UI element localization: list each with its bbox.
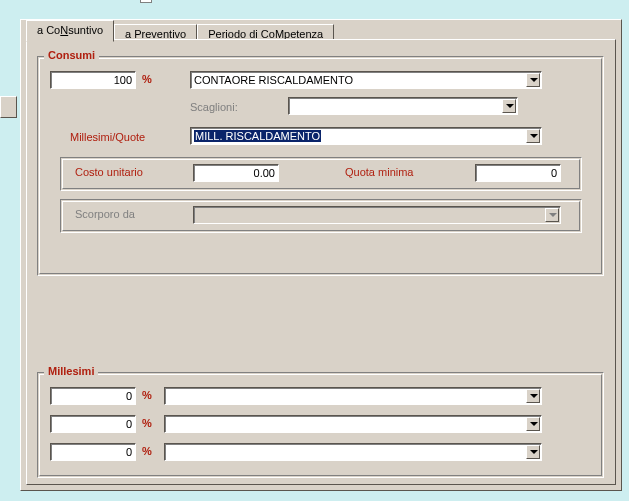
millesimi-row1-pct[interactable] [50,387,136,405]
millesimi-row2-combo[interactable] [164,415,542,433]
chevron-down-icon[interactable] [526,445,540,459]
millesimi-quote-label: Millesimi/Quote [70,131,145,143]
group-consumi-title: Consumi [44,49,99,61]
contatore-value: CONTAORE RISCALDAMENTO [194,74,353,86]
chevron-down-icon [545,208,559,222]
percent-symbol: % [142,73,152,85]
group-scorporo: Scorporo da [60,199,582,233]
chevron-down-icon[interactable] [526,417,540,431]
top-option-checkbox[interactable] [140,0,152,3]
quota-label: Quota minima [345,166,413,178]
group-costo: Costo unitario Quota minima [60,157,582,191]
top-option-label: Utilizza l'criteri a Preventivo [161,0,307,2]
group-consumi: Consumi % CONTAORE RISCALDAMENTO Scaglio… [37,56,604,276]
millesimi-row3-combo[interactable] [164,443,542,461]
contatore-combo[interactable]: CONTAORE RISCALDAMENTO [190,71,542,89]
top-option: Utilizza l'criteri a Preventivo [140,0,307,3]
percent-symbol: % [142,445,152,457]
scorporo-label: Scorporo da [75,208,135,220]
percent-symbol: % [142,389,152,401]
group-millesimi-title: Millesimi [44,365,98,377]
millesimi-quote-combo[interactable]: MILL. RISCALDAMENTO [190,127,542,145]
group-millesimi: Millesimi % % % [37,372,604,478]
scaglioni-combo[interactable] [288,97,518,115]
percent-symbol: % [142,417,152,429]
costo-input[interactable] [193,164,279,182]
costo-label: Costo unitario [75,166,143,178]
chevron-down-icon[interactable] [526,129,540,143]
millesimi-quote-value: MILL. RISCALDAMENTO [194,130,321,142]
millesimi-row2-pct[interactable] [50,415,136,433]
tab-body: Consumi % CONTAORE RISCALDAMENTO Scaglio… [26,39,616,485]
millesimi-row3-pct[interactable] [50,443,136,461]
chevron-down-icon[interactable] [526,73,540,87]
tab-consuntivo[interactable]: a CoNsuntivo [26,20,114,42]
chevron-down-icon[interactable] [526,389,540,403]
main-panel: a CoNsuntivo a Preventivo Periodo di CoM… [20,19,622,491]
left-shim-button[interactable] [0,96,17,118]
consumi-percent-input[interactable] [50,71,136,89]
tab-bar: a CoNsuntivo a Preventivo Periodo di CoM… [26,20,334,41]
scaglioni-label: Scaglioni: [190,101,238,113]
millesimi-row1-combo[interactable] [164,387,542,405]
chevron-down-icon[interactable] [502,99,516,113]
scorporo-combo [193,206,561,224]
quota-input[interactable] [475,164,561,182]
